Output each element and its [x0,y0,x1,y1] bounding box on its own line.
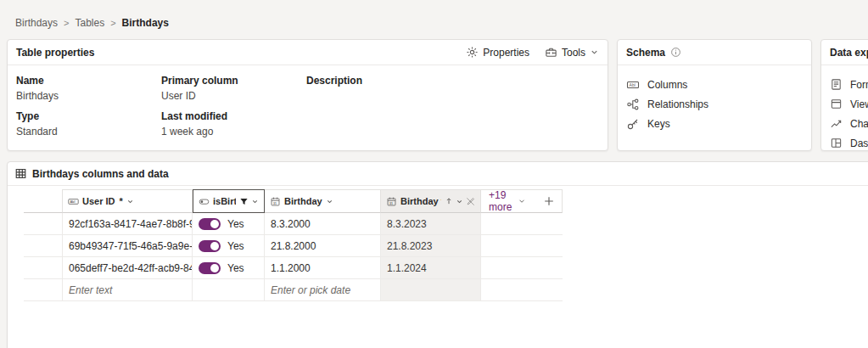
gear-icon [466,46,479,59]
chevron-down-icon[interactable] [251,198,259,205]
data-experiences-item-label: Views [850,98,868,110]
charts-icon [830,117,843,130]
last-modified-label: Last modified [161,110,306,122]
cell-birthday[interactable]: 21.8.2000 [265,235,381,256]
toggle-label: Yes [227,218,244,230]
primary-column-value: User ID [161,90,306,102]
chevron-down-icon[interactable] [518,197,526,205]
top-cards-row: Table properties Properties [7,39,868,151]
add-column-button[interactable] [543,195,555,207]
table-grid-icon [15,168,26,179]
breadcrumb-item-birthdays[interactable]: Birthdays [15,17,58,29]
more-columns-button[interactable]: +19 more [489,189,512,213]
toolbox-icon [545,46,557,59]
breadcrumb-item-tables[interactable]: Tables [75,17,104,29]
properties-button[interactable]: Properties [466,46,529,59]
grid-header-row: Abl User ID * isBirthdayF... [24,189,563,213]
new-record-boolean-cell[interactable] [193,279,265,300]
table-properties-header: Table properties Properties [8,40,608,65]
toggle-label: Yes [227,262,244,274]
data-experiences-item-dashboards[interactable]: Dashboards [830,133,868,151]
column-header-user-id[interactable]: Abl User ID * [62,189,193,213]
data-experiences-item-charts[interactable]: Charts [830,114,868,133]
data-experiences-item-label: Charts [850,118,868,130]
info-icon[interactable] [670,47,681,58]
table-row: 065deff7-be2d-42ff-acb9-841157... Yes 1.… [24,257,563,279]
data-experiences-header: Data experiences [821,40,868,65]
cell-birthday-for-app: 8.3.2023 [381,213,481,234]
cell-birthday[interactable]: 8.3.2000 [265,213,381,234]
schema-item-keys[interactable]: Keys [626,114,803,133]
table-properties-card: Table properties Properties [7,39,608,151]
schema-item-label: Keys [647,118,670,130]
data-experiences-title: Data experiences [830,47,868,59]
description-label: Description [306,75,599,87]
cell-is-birthday[interactable]: Yes [193,213,265,234]
properties-button-label: Properties [483,47,529,59]
chevron-down-icon[interactable] [456,198,463,205]
chevron-down-icon [590,48,599,57]
breadcrumb-item-current: Birthdays [122,17,169,29]
column-header-label: isBirthdayF... [213,196,236,206]
column-header-birthday-for-app[interactable]: 31 Birthday for App [381,189,481,213]
cell-is-birthday[interactable]: Yes [193,257,265,278]
cell-birthday-for-app: 21.8.2023 [381,235,481,256]
new-record-readonly-cell [381,279,481,300]
data-experiences-item-forms[interactable]: Forms [830,75,868,94]
cell-birthday-for-app: 1.1.2024 [381,257,481,278]
schema-item-columns[interactable]: Abl Columns [626,75,803,94]
required-marker: * [120,196,123,206]
date-column-type-icon: 31 [270,196,281,207]
row-selector-cell [24,279,62,300]
schema-header: Schema [618,40,811,65]
schema-item-label: Columns [647,79,687,91]
column-header-label: Birthday for App [400,196,441,206]
row-selector-cell[interactable] [24,213,62,234]
schema-item-relationships[interactable]: Relationships [626,94,803,114]
row-selector-cell[interactable] [24,235,62,256]
new-record-date-input[interactable]: Enter or pick date [265,279,381,300]
toggle-on[interactable] [199,218,221,230]
new-record-text-input[interactable]: Enter text [62,279,193,300]
cell-user-id[interactable]: 69b49347-71f5-46a5-9a9e-98596... [62,235,193,256]
breadcrumb: Birthdays > Tables > Birthdays [15,17,169,29]
primary-column-label: Primary column [161,75,306,87]
columns-icon: Abl [626,78,640,92]
cell-birthday[interactable]: 1.1.2000 [265,257,381,278]
filter-icon[interactable] [239,197,249,206]
toggle-on[interactable] [199,262,221,274]
table-properties-title: Table properties [16,47,94,59]
type-value: Standard [16,126,161,138]
chevron-down-icon[interactable] [326,198,333,205]
data-experiences-card: Data experiences Forms Views [820,39,868,151]
boolean-column-type-icon [199,196,210,207]
tools-dropdown-button[interactable]: Tools [545,46,599,59]
svg-text:31: 31 [273,201,277,205]
table-row: 69b49347-71f5-46a5-9a9e-98596... Yes 21.… [24,235,563,257]
cell-user-id[interactable]: 065deff7-be2d-42ff-acb9-841157... [62,257,193,278]
data-experiences-item-views[interactable]: Views [830,94,868,114]
column-header-label: Birthday [284,196,322,206]
chevron-down-icon[interactable] [126,198,134,205]
data-grid: Abl User ID * isBirthdayF... [24,189,563,301]
more-columns-area: +19 more [481,189,563,213]
schema-card: Schema Abl Columns [617,39,812,151]
columns-and-data-title: Birthdays columns and data [32,168,169,180]
relationships-icon [626,98,640,111]
cell-user-id[interactable]: 92cf163a-8417-4ae7-8b8f-96b3e... [62,213,193,234]
data-experiences-item-label: Dashboards [850,138,868,149]
column-header-birthday[interactable]: 31 Birthday [265,189,381,213]
toggle-on[interactable] [199,240,221,252]
columns-and-data-card: Birthdays columns and data Abl User ID * [7,161,868,348]
breadcrumb-separator: > [110,18,115,28]
views-icon [830,98,843,110]
row-selector-cell[interactable] [24,257,62,278]
svg-text:31: 31 [389,201,393,205]
breadcrumb-separator: > [64,18,69,28]
date-column-type-icon: 31 [386,196,397,207]
column-header-is-birthday[interactable]: isBirthdayF... [193,189,265,213]
new-record-row: Enter text Enter or pick date [24,279,563,301]
toggle-label: Yes [227,240,244,252]
last-modified-value: 1 week ago [161,126,306,138]
cell-is-birthday[interactable]: Yes [193,235,265,256]
